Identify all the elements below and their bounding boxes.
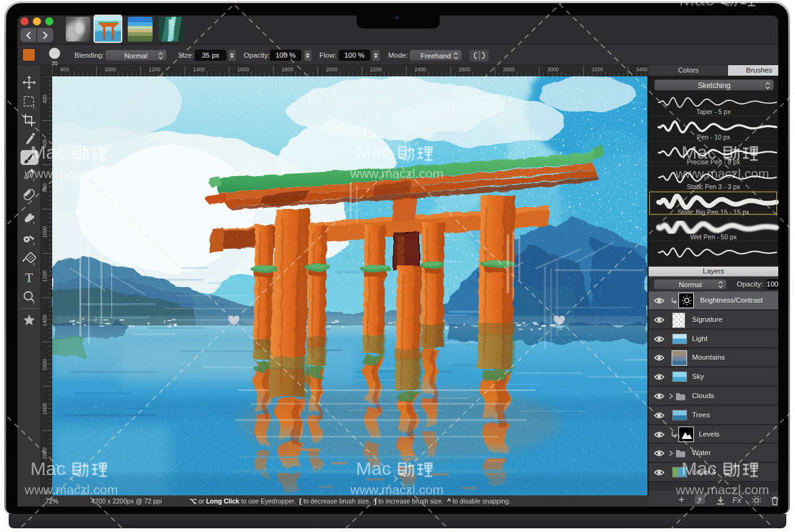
svg-text:2000: 2000 <box>42 447 48 459</box>
svg-text:3200: 3200 <box>592 66 603 73</box>
svg-text:1200: 1200 <box>149 66 161 73</box>
svg-text:1600: 1600 <box>238 66 249 73</box>
svg-text:3400: 3400 <box>636 66 647 73</box>
svg-text:1800: 1800 <box>282 66 293 73</box>
svg-text:2200: 2200 <box>370 66 382 73</box>
svg-text:1600: 1600 <box>42 359 48 371</box>
svg-text:2800: 2800 <box>503 66 515 73</box>
svg-text:800: 800 <box>60 66 69 73</box>
svg-text:2600: 2600 <box>459 66 471 73</box>
svg-text:1000: 1000 <box>42 226 48 237</box>
svg-text:800: 800 <box>42 183 48 192</box>
svg-text:1200: 1200 <box>42 270 48 282</box>
svg-text:1000: 1000 <box>104 66 116 73</box>
svg-text:3000: 3000 <box>547 66 559 73</box>
svg-text:2000: 2000 <box>326 66 337 73</box>
svg-text:2400: 2400 <box>414 66 426 73</box>
svg-text:1400: 1400 <box>42 314 48 326</box>
svg-text:1800: 1800 <box>42 403 48 415</box>
svg-text:600: 600 <box>42 139 48 148</box>
svg-text:400: 400 <box>42 95 48 104</box>
svg-text:1400: 1400 <box>193 66 205 73</box>
